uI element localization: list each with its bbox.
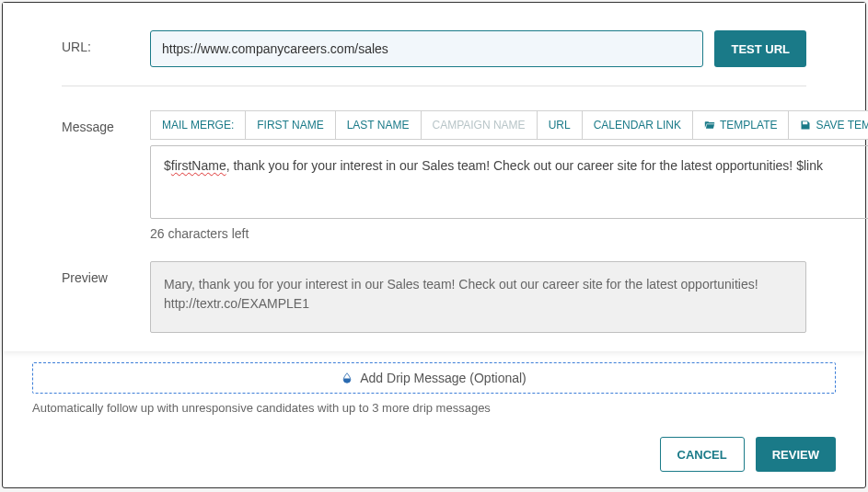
merge-first-name-button[interactable]: FIRST NAME (246, 111, 335, 140)
preview-row: Preview Mary, thank you for your interes… (62, 261, 806, 333)
message-textarea[interactable]: $firstName, thank you for your interest … (150, 145, 868, 219)
message-label: Message (62, 110, 150, 134)
add-drip-button[interactable]: Add Drip Message (Optional) (32, 362, 836, 394)
save-template-button[interactable]: SAVE TEMPLATE (789, 111, 868, 140)
form-container: URL: TEST URL Message MAIL MERGE: FIRST … (2, 2, 866, 488)
url-row: URL: TEST URL (62, 30, 806, 67)
template-button-label: TEMPLATE (720, 119, 777, 132)
merge-url-button[interactable]: URL (538, 111, 583, 140)
footer-actions: CANCEL REVIEW (3, 428, 865, 488)
url-input[interactable] (150, 30, 703, 67)
drip-section: Add Drip Message (Optional) Automaticall… (3, 351, 865, 428)
form-card: URL: TEST URL Message MAIL MERGE: FIRST … (3, 3, 865, 351)
template-button[interactable]: TEMPLATE (693, 111, 789, 140)
mail-merge-toolbar: MAIL MERGE: FIRST NAME LAST NAME CAMPAIG… (150, 110, 868, 140)
save-template-button-label: SAVE TEMPLATE (816, 119, 868, 132)
preview-label: Preview (62, 261, 150, 285)
merge-calendar-link-button[interactable]: CALENDAR LINK (583, 111, 693, 140)
message-row: Message MAIL MERGE: FIRST NAME LAST NAME… (62, 110, 806, 241)
cancel-button[interactable]: CANCEL (660, 437, 745, 472)
add-drip-label: Add Drip Message (Optional) (360, 371, 527, 385)
merge-last-name-button[interactable]: LAST NAME (336, 111, 422, 140)
spellcheck-word: firstName (171, 158, 226, 173)
drip-note: Automatically follow up with unresponsiv… (32, 401, 836, 415)
review-button[interactable]: REVIEW (756, 437, 836, 472)
url-label: URL: (62, 30, 150, 54)
test-url-button[interactable]: TEST URL (714, 30, 806, 67)
divider (62, 86, 806, 86)
merge-campaign-name-button[interactable]: CAMPAIGN NAME (422, 111, 538, 140)
save-icon (800, 120, 811, 131)
preview-box: Mary, thank you for your interest in our… (150, 261, 806, 333)
drop-icon (341, 372, 353, 383)
characters-left: 26 characters left (150, 226, 868, 241)
mail-merge-label: MAIL MERGE: (151, 111, 246, 140)
folder-open-icon (704, 120, 715, 131)
